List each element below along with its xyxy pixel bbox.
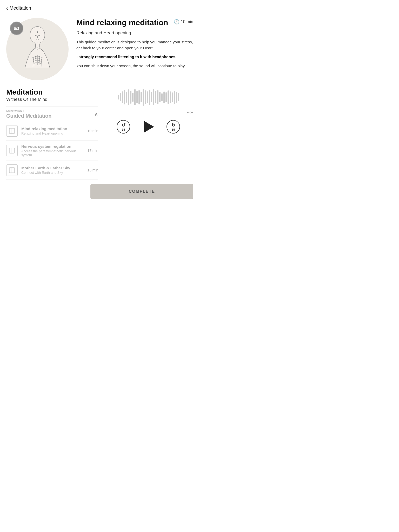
meditation-recommendation: I strongly recommend listening to it wit…: [76, 54, 193, 60]
complete-button[interactable]: COMPLETE: [90, 184, 193, 199]
back-label: Meditation: [10, 5, 31, 11]
item-title-1: Mind relaxing meditation: [21, 127, 84, 131]
svg-rect-5: [9, 148, 15, 153]
back-chevron-icon: ‹: [6, 5, 8, 11]
svg-rect-7: [9, 168, 15, 173]
item-duration-3: 16 min: [87, 168, 98, 172]
meditation-subtitle: Relaxing and Heart opening: [76, 30, 193, 36]
list-section: Meditation 1 Guided Meditation ∧ Mind re…: [6, 106, 98, 180]
header: ‹ Meditation: [0, 0, 200, 15]
list-item: Mother Earth & Father Sky Connect with E…: [6, 161, 98, 180]
screen-note: You can shut down your screen, the sound…: [76, 63, 193, 69]
top-section: 0/3 Mind relaxing meditation 🕐 10 min Re…: [0, 15, 200, 85]
duration-badge: 🕐 10 min: [174, 19, 193, 25]
rewind-button[interactable]: ↺ 15: [117, 120, 130, 134]
item-subtitle-2: Access the parasympathetic nervous syste…: [21, 149, 84, 157]
item-duration-2: 17 min: [87, 149, 98, 153]
svg-rect-2: [35, 43, 39, 48]
item-thumbnail-1: [6, 125, 18, 137]
svg-point-1: [37, 31, 38, 33]
list-item: Nervous system regulation Access the par…: [6, 141, 98, 161]
back-button[interactable]: ‹ Meditation: [6, 5, 31, 11]
info-section: Mind relaxing meditation 🕐 10 min Relaxi…: [76, 18, 193, 80]
bottom-section: Meditation Witness Of The Mind Meditatio…: [0, 85, 200, 180]
list-title: Guided Meditation: [6, 113, 51, 119]
meditation-description: This guided meditation is designed to he…: [76, 39, 193, 51]
content-row: Meditation Witness Of The Mind Meditatio…: [6, 88, 193, 180]
chevron-up-icon[interactable]: ∧: [94, 111, 98, 117]
clock-icon: 🕐: [174, 19, 179, 25]
title-row: Mind relaxing meditation 🕐 10 min: [76, 18, 193, 27]
item-info-3: Mother Earth & Father Sky Connect with E…: [21, 166, 84, 175]
item-info-1: Mind relaxing meditation Relaxing and He…: [21, 127, 84, 135]
item-subtitle-3: Connect with Earth and Sky: [21, 171, 84, 175]
list-item: Mind relaxing meditation Relaxing and He…: [6, 122, 98, 141]
item-thumbnail-3: [6, 164, 18, 176]
waveform[interactable]: [103, 88, 193, 106]
section-heading: Meditation: [6, 88, 98, 96]
progress-badge: 0/3: [10, 22, 23, 35]
left-column: Meditation Witness Of The Mind Meditatio…: [6, 88, 98, 180]
item-info-2: Nervous system regulation Access the par…: [21, 144, 84, 157]
meditation-title: Mind relaxing meditation: [76, 18, 168, 27]
list-header: Meditation 1 Guided Meditation ∧: [6, 106, 98, 122]
item-subtitle-1: Relaxing and Heart opening: [21, 131, 84, 135]
svg-rect-3: [9, 128, 15, 134]
forward-button[interactable]: ↻ 15: [167, 120, 180, 134]
list-header-left: Meditation 1 Guided Meditation: [6, 109, 51, 119]
time-display: --:--: [103, 110, 193, 114]
item-title-3: Mother Earth & Father Sky: [21, 166, 84, 170]
play-button[interactable]: [141, 119, 156, 135]
player-column: --:-- ↺ 15 ↻ 15: [103, 88, 193, 180]
section-subheading: Witness Of The Mind: [6, 97, 98, 102]
complete-button-container: COMPLETE: [0, 180, 200, 205]
image-container: 0/3: [6, 18, 69, 80]
item-thumbnail-2: [6, 145, 18, 156]
list-label: Meditation 1: [6, 109, 51, 113]
duration-text: 10 min: [181, 19, 193, 24]
player-controls: ↺ 15 ↻ 15: [103, 119, 193, 135]
svg-point-0: [30, 26, 45, 43]
item-duration-1: 10 min: [87, 129, 98, 133]
item-title-2: Nervous system regulation: [21, 144, 84, 149]
play-icon: [144, 121, 154, 132]
